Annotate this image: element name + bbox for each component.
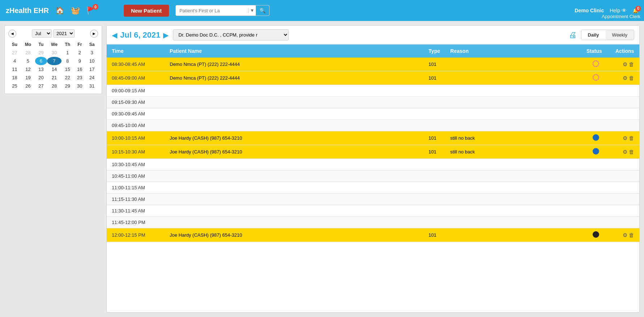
flag-icon[interactable]: 🚩 0	[86, 6, 96, 15]
calendar-day[interactable]: 16	[74, 65, 86, 73]
calendar-day[interactable]: 17	[86, 65, 98, 73]
calendar-day[interactable]: 30	[74, 82, 86, 90]
calendar-day[interactable]: 11	[8, 65, 21, 73]
calendar-day[interactable]: 3	[86, 48, 98, 57]
calendar-next-button[interactable]: ►	[90, 30, 98, 38]
status-dot[interactable]	[593, 134, 599, 141]
provider-select[interactable]: Dr. Demo Doc D.C. , CCPM, provide r	[173, 29, 289, 41]
calendar-day[interactable]: 28	[21, 48, 35, 57]
help-link[interactable]: Help 👁	[610, 8, 627, 13]
gear-button[interactable]: ⚙	[623, 232, 627, 238]
delete-button[interactable]: 🗑	[629, 75, 634, 81]
calendar-day[interactable]: 28	[47, 82, 62, 90]
actions-cell: ⚙🗑	[610, 145, 639, 159]
search-input[interactable]	[176, 6, 248, 16]
status-dot[interactable]	[593, 148, 599, 155]
notification-bell[interactable]: 🔔 0	[632, 8, 638, 13]
schedule-header-cell: Status	[581, 45, 610, 58]
calendar-day[interactable]: 29	[62, 82, 74, 90]
basket-icon[interactable]: 🧺	[71, 6, 80, 15]
home-icon[interactable]: 🏠	[55, 6, 64, 15]
type-cell	[424, 217, 445, 228]
table-row: 09:00-09:15 AM	[107, 85, 639, 97]
schedule-header-cell: Patient Name	[165, 45, 424, 58]
calendar-day[interactable]: 27	[8, 48, 21, 57]
prev-date-button[interactable]: ◀	[112, 31, 117, 39]
patient-name-cell[interactable]: Joe Hardy (CASH) (987) 654-3210	[165, 228, 424, 242]
calendar-day[interactable]: 27	[35, 82, 47, 90]
patient-name-cell[interactable]: Joe Hardy (CASH) (987) 654-3210	[165, 145, 424, 159]
schedule-date: Jul 6, 2021	[120, 30, 160, 40]
delete-button[interactable]: 🗑	[629, 61, 634, 67]
calendar-day[interactable]: 12	[21, 65, 35, 73]
type-cell	[424, 159, 445, 170]
time-cell: 09:00-09:15 AM	[107, 85, 165, 97]
gear-button[interactable]: ⚙	[623, 61, 627, 68]
gear-button[interactable]: ⚙	[623, 135, 627, 141]
calendar-day[interactable]: 10	[86, 57, 98, 65]
status-dot[interactable]	[593, 231, 599, 238]
calendar-day[interactable]: 8	[62, 57, 74, 65]
status-cell	[581, 182, 610, 194]
month-select[interactable]: JanFebMarApr MayJunJulAug SepOctNovDec	[32, 29, 52, 38]
status-cell	[581, 108, 610, 120]
status-cell	[581, 85, 610, 97]
table-row: 09:15-09:30 AM	[107, 97, 639, 108]
schedule-toolbar: ◀ Jul 6, 2021 ▶ Dr. Demo Doc D.C. , CCPM…	[107, 26, 639, 45]
status-dot[interactable]	[593, 74, 599, 81]
calendar-day[interactable]: 15	[62, 65, 74, 73]
calendar-day[interactable]: 22	[62, 73, 74, 82]
calendar-day[interactable]: 18	[8, 73, 21, 82]
calendar-day[interactable]: 6	[35, 57, 47, 65]
delete-button[interactable]: 🗑	[629, 232, 634, 238]
calendar-day[interactable]: 2	[74, 48, 86, 57]
schedule-table-header: TimePatient NameTypeReasonStatusActions	[107, 45, 639, 58]
patient-name-cell[interactable]: Demo Nmca (PT) (222) 222-4444	[165, 71, 424, 85]
calendar-day[interactable]: 1	[62, 48, 74, 57]
delete-button[interactable]: 🗑	[629, 135, 634, 141]
new-patient-button[interactable]: New Patient	[124, 5, 169, 17]
calendar-day[interactable]: 5	[21, 57, 35, 65]
user-role: Appointment Clerk	[602, 14, 640, 19]
time-cell: 10:00-10:15 AM	[107, 131, 165, 145]
calendar-day[interactable]: 4	[8, 57, 21, 65]
year-select[interactable]: 202020212022	[53, 29, 75, 38]
patient-name-cell[interactable]: Demo Nmca (PT) (222) 222-4444	[165, 58, 424, 71]
calendar-day[interactable]: 7	[47, 57, 62, 65]
calendar-day[interactable]: 23	[74, 73, 86, 82]
weekly-view-button[interactable]: Weekly	[606, 30, 634, 40]
calendar-day[interactable]: 19	[21, 73, 35, 82]
calendar-prev-button[interactable]: ◄	[8, 30, 16, 38]
gear-button[interactable]: ⚙	[623, 75, 627, 81]
delete-button[interactable]: 🗑	[629, 149, 634, 155]
patient-name-cell	[165, 108, 424, 120]
calendar-day[interactable]: 25	[8, 82, 21, 90]
calendar-day[interactable]: 30	[47, 48, 62, 57]
patient-name-cell[interactable]: Joe Hardy (CASH) (987) 654-3210	[165, 131, 424, 145]
daily-view-button[interactable]: Daily	[581, 30, 606, 40]
calendar-weekday: Sa	[86, 41, 98, 48]
gear-button[interactable]: ⚙	[623, 149, 627, 155]
type-cell	[424, 194, 445, 205]
calendar-day[interactable]: 21	[47, 73, 62, 82]
print-button[interactable]: 🖨	[569, 30, 577, 40]
app-logo: zHealth EHR	[6, 7, 49, 15]
calendar-day[interactable]: 9	[74, 57, 86, 65]
calendar-day[interactable]: 14	[47, 65, 62, 73]
type-cell	[424, 120, 445, 131]
calendar-day[interactable]: 29	[35, 48, 47, 57]
search-button[interactable]: 🔍	[256, 5, 269, 16]
type-cell: 101	[424, 131, 445, 145]
calendar-weekday: Tu	[35, 41, 47, 48]
next-date-button[interactable]: ▶	[163, 31, 169, 39]
calendar-day[interactable]: 31	[86, 82, 98, 90]
calendar-day[interactable]: 24	[86, 73, 98, 82]
calendar-day[interactable]: 13	[35, 65, 47, 73]
time-cell: 12:00-12:15 PM	[107, 228, 165, 242]
status-dot[interactable]	[593, 60, 599, 67]
search-dropdown-arrow[interactable]: ▼	[248, 8, 256, 13]
clinic-name: Demo Clinic	[575, 8, 604, 13]
calendar-day[interactable]: 26	[21, 82, 35, 90]
calendar-day[interactable]: 20	[35, 73, 47, 82]
status-cell	[581, 131, 610, 145]
